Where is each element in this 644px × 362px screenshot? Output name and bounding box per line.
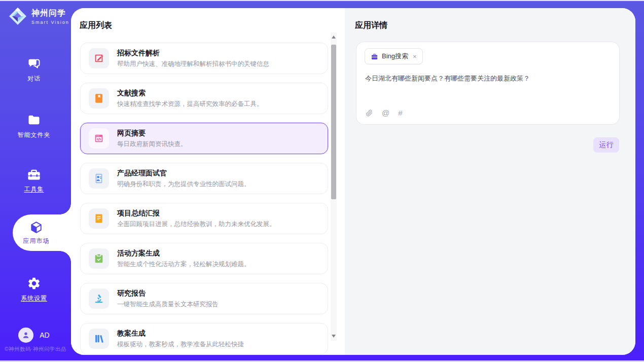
sidebar-item-label: 智能文件夹 (18, 131, 51, 139)
books-icon (89, 329, 109, 349)
prompt-editor[interactable]: Bing搜索 × 今日湖北有哪些新闻要点？有哪些需要关注的最新政策？ @ # (356, 42, 620, 125)
toolbox-icon (27, 167, 41, 182)
top-divider (0, 0, 644, 1)
at-icon[interactable]: @ (382, 108, 389, 117)
scrollbar-up-icon[interactable] (332, 35, 336, 39)
app-list-panel: 应用列表 招标文件解析 帮助用户快速 (71, 8, 345, 355)
scrollbar-down-icon[interactable] (332, 335, 336, 338)
main-content: 应用列表 招标文件解析 帮助用户快速 (71, 8, 635, 355)
sidebar-item-settings[interactable]: 系统设置 (0, 276, 68, 303)
app-card-lesson-plan[interactable]: 教案生成 模板驱动，教案秒成，教学准备从此轻松快捷 (80, 323, 328, 354)
pen-square-icon (89, 48, 109, 68)
sidebar-item-label: 应用市场 (23, 237, 50, 245)
app-window: 神州问学 Smart Vision 对话 智能文件夹 (0, 0, 644, 362)
app-card-list: 招标文件解析 帮助用户快速、准确地理解和解析招标书中的关键信息 文献搜索 快速精… (80, 43, 328, 355)
tool-chip-bing-search[interactable]: Bing搜索 × (365, 48, 423, 64)
app-card-title: 文献搜索 (117, 89, 263, 98)
app-card-title: 研究报告 (117, 289, 219, 298)
app-detail-panel: 应用详情 Bing搜索 × 今日 (345, 8, 635, 355)
app-card-title: 活动方案生成 (117, 249, 251, 258)
scrollbar-thumb[interactable] (331, 45, 336, 199)
close-icon[interactable]: × (413, 53, 417, 60)
chat-icon (27, 57, 41, 71)
paperclip-icon[interactable] (365, 109, 373, 117)
app-card-desc: 每日政府新闻资讯快查。 (117, 140, 187, 149)
diamond-gem-icon (8, 7, 27, 26)
copyright-text: ©神州数码·神州问学出品 (0, 346, 71, 353)
tool-chip-label: Bing搜索 (382, 52, 408, 61)
app-card-bid-document-parsing[interactable]: 招标文件解析 帮助用户快速、准确地理解和解析招标书中的关键信息 (80, 43, 328, 74)
gear-icon (27, 276, 41, 291)
app-card-event-plan[interactable]: 活动方案生成 智能生成个性化活动方案，轻松解决规划难题。 (80, 243, 328, 274)
cube-icon (29, 221, 43, 234)
app-card-desc: 快速精准查找学术资源，提高研究效率的必备工具。 (117, 100, 263, 108)
composer-toolbar: @ # (365, 108, 403, 117)
app-card-project-summary[interactable]: 项目总结汇报 全面回顾项目进展，总结经验教训，助力未来优化发展。 (80, 203, 328, 234)
brand-logo: 神州问学 Smart Vision (8, 7, 69, 26)
browser-code-icon (89, 128, 109, 149)
run-button[interactable]: 运行 (593, 137, 619, 153)
sidebar-item-label: 工具集 (24, 185, 44, 194)
report-note-icon (89, 208, 109, 229)
brand-subtitle: Smart Vision (31, 20, 69, 25)
app-card-title: 项目总结汇报 (117, 209, 276, 218)
app-card-literature-search[interactable]: 文献搜索 快速精准查找学术资源，提高研究效率的必备工具。 (80, 83, 328, 114)
briefcase-icon (371, 53, 378, 60)
brand-name: 神州问学 (31, 8, 69, 19)
app-card-desc: 模板驱动，教案秒成，教学准备从此轻松快捷 (117, 340, 244, 349)
person-icon (21, 331, 30, 340)
app-card-web-summary[interactable]: 网页摘要 每日政府新闻资讯快查。 (80, 123, 328, 154)
app-list-scrollbar[interactable] (331, 32, 337, 341)
app-card-desc: 帮助用户快速、准确地理解和解析招标书中的关键信息 (117, 60, 269, 68)
sidebar-item-app-market[interactable]: 应用市场 (13, 214, 71, 251)
avatar (18, 328, 33, 343)
app-card-title: 招标文件解析 (117, 49, 269, 58)
app-card-desc: 明确身份和职责，为您提供专业性的面试问题。 (117, 180, 251, 189)
app-card-desc: 全面回顾项目进展，总结经验教训，助力未来优化发展。 (117, 220, 276, 229)
app-card-title: 产品经理面试官 (117, 169, 251, 178)
sidebar-item-label: 系统设置 (21, 294, 47, 303)
book-icon (89, 88, 109, 108)
app-card-research-report[interactable]: 研究报告 一键智能生成高质量长文本研究报告 (80, 283, 328, 314)
user-initials: AD (40, 331, 49, 339)
query-text[interactable]: 今日湖北有哪些新闻要点？有哪些需要关注的最新政策？ (365, 74, 609, 84)
hash-icon[interactable]: # (398, 108, 402, 117)
interviewer-icon (89, 168, 109, 189)
user-account[interactable]: AD (0, 328, 68, 343)
sidebar-item-toolset[interactable]: 工具集 (0, 167, 68, 194)
microscope-icon (89, 288, 109, 309)
app-card-title: 网页摘要 (117, 129, 187, 138)
sidebar-item-chat[interactable]: 对话 (0, 57, 68, 83)
app-detail-title: 应用详情 (355, 20, 387, 31)
app-card-desc: 一键智能生成高质量长文本研究报告 (117, 300, 219, 309)
sidebar-item-label: 对话 (27, 75, 41, 83)
clipboard-check-icon (89, 248, 109, 269)
folder-icon (27, 113, 41, 127)
app-card-title: 教案生成 (117, 329, 244, 338)
sidebar-item-smart-folders[interactable]: 智能文件夹 (0, 113, 68, 139)
app-card-desc: 智能生成个性化活动方案，轻松解决规划难题。 (117, 260, 251, 269)
app-card-pm-interviewer[interactable]: 产品经理面试官 明确身份和职责，为您提供专业性的面试问题。 (80, 163, 328, 194)
sidebar: 神州问学 Smart Vision 对话 智能文件夹 (0, 0, 71, 362)
app-list-title: 应用列表 (80, 20, 112, 31)
